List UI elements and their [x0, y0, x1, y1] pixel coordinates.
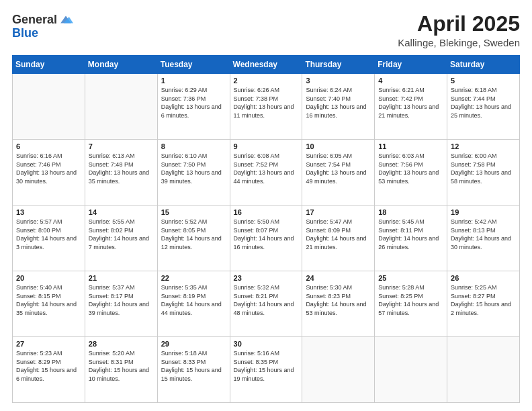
day-number: 28: [89, 340, 154, 348]
day-info: Sunrise: 5:35 AMSunset: 8:19 PMDaylight:…: [161, 283, 226, 317]
day-info: Sunrise: 5:30 AMSunset: 8:23 PMDaylight:…: [306, 283, 371, 317]
day-number: 25: [378, 274, 443, 282]
day-info: Sunrise: 5:25 AMSunset: 8:27 PMDaylight:…: [451, 283, 516, 317]
day-info: Sunrise: 6:03 AMSunset: 7:56 PMDaylight:…: [378, 152, 443, 185]
calendar-cell: 29Sunrise: 5:18 AMSunset: 8:33 PMDayligh…: [157, 337, 230, 403]
day-number: 10: [306, 142, 371, 150]
calendar-cell: 11Sunrise: 6:03 AMSunset: 7:56 PMDayligh…: [375, 140, 447, 205]
calendar-cell: [375, 337, 447, 403]
day-number: 7: [89, 142, 154, 150]
calendar-cell: 13Sunrise: 5:57 AMSunset: 8:00 PMDayligh…: [13, 205, 85, 271]
day-number: 21: [89, 274, 154, 282]
day-info: Sunrise: 5:37 AMSunset: 8:17 PMDaylight:…: [89, 283, 154, 317]
calendar-cell: [13, 74, 85, 140]
calendar-cell: 9Sunrise: 6:08 AMSunset: 7:52 PMDaylight…: [230, 140, 302, 205]
day-number: 11: [378, 142, 443, 150]
day-info: Sunrise: 5:55 AMSunset: 8:02 PMDaylight:…: [89, 218, 154, 251]
day-number: 2: [234, 77, 299, 85]
day-info: Sunrise: 5:52 AMSunset: 8:05 PMDaylight:…: [161, 218, 226, 251]
calendar-week-1: 1Sunrise: 6:29 AMSunset: 7:36 PMDaylight…: [13, 74, 520, 140]
calendar-cell: 18Sunrise: 5:45 AMSunset: 8:11 PMDayligh…: [375, 205, 447, 271]
header-tuesday: Tuesday: [157, 56, 230, 74]
day-number: 5: [451, 77, 516, 85]
day-info: Sunrise: 6:18 AMSunset: 7:44 PMDaylight:…: [451, 86, 516, 120]
day-number: 1: [161, 77, 226, 85]
calendar-cell: 2Sunrise: 6:26 AMSunset: 7:38 PMDaylight…: [230, 74, 302, 140]
day-info: Sunrise: 5:45 AMSunset: 8:11 PMDaylight:…: [378, 218, 443, 251]
calendar-cell: 7Sunrise: 6:13 AMSunset: 7:48 PMDaylight…: [85, 140, 157, 205]
day-number: 8: [161, 142, 226, 150]
calendar-cell: 8Sunrise: 6:10 AMSunset: 7:50 PMDaylight…: [157, 140, 230, 205]
calendar-week-2: 6Sunrise: 6:16 AMSunset: 7:46 PMDaylight…: [13, 140, 520, 205]
calendar-cell: 5Sunrise: 6:18 AMSunset: 7:44 PMDaylight…: [447, 74, 520, 140]
day-info: Sunrise: 6:00 AMSunset: 7:58 PMDaylight:…: [451, 152, 516, 185]
logo-blue: Blue: [12, 26, 38, 40]
header-friday: Friday: [375, 56, 447, 74]
calendar-cell: 21Sunrise: 5:37 AMSunset: 8:17 PMDayligh…: [85, 271, 157, 337]
logo-icon: [58, 12, 73, 27]
calendar-cell: [447, 337, 520, 403]
calendar-cell: 4Sunrise: 6:21 AMSunset: 7:42 PMDaylight…: [375, 74, 447, 140]
day-number: 9: [234, 142, 299, 150]
day-number: 26: [451, 274, 516, 282]
calendar-cell: 1Sunrise: 6:29 AMSunset: 7:36 PMDaylight…: [157, 74, 230, 140]
day-number: 29: [161, 340, 226, 348]
calendar-cell: [85, 74, 157, 140]
day-number: 20: [16, 274, 81, 282]
logo-general: General: [12, 13, 57, 26]
calendar-cell: 24Sunrise: 5:30 AMSunset: 8:23 PMDayligh…: [302, 271, 375, 337]
day-number: 15: [161, 208, 226, 216]
day-info: Sunrise: 5:16 AMSunset: 8:35 PMDaylight:…: [234, 349, 299, 383]
day-info: Sunrise: 5:42 AMSunset: 8:13 PMDaylight:…: [451, 218, 516, 251]
calendar-cell: 14Sunrise: 5:55 AMSunset: 8:02 PMDayligh…: [85, 205, 157, 271]
day-info: Sunrise: 5:47 AMSunset: 8:09 PMDaylight:…: [306, 218, 371, 251]
header-thursday: Thursday: [302, 56, 375, 74]
calendar-week-4: 20Sunrise: 5:40 AMSunset: 8:15 PMDayligh…: [13, 271, 520, 337]
calendar-cell: 19Sunrise: 5:42 AMSunset: 8:13 PMDayligh…: [447, 205, 520, 271]
day-info: Sunrise: 5:57 AMSunset: 8:00 PMDaylight:…: [16, 218, 81, 251]
day-info: Sunrise: 5:40 AMSunset: 8:15 PMDaylight:…: [16, 283, 81, 317]
header-monday: Monday: [85, 56, 157, 74]
day-number: 3: [306, 77, 371, 85]
day-info: Sunrise: 6:08 AMSunset: 7:52 PMDaylight:…: [234, 152, 299, 185]
weekday-header-row: Sunday Monday Tuesday Wednesday Thursday…: [13, 56, 520, 74]
day-info: Sunrise: 5:23 AMSunset: 8:29 PMDaylight:…: [16, 349, 81, 383]
calendar-cell: 25Sunrise: 5:28 AMSunset: 8:25 PMDayligh…: [375, 271, 447, 337]
calendar-cell: 17Sunrise: 5:47 AMSunset: 8:09 PMDayligh…: [302, 205, 375, 271]
day-info: Sunrise: 5:20 AMSunset: 8:31 PMDaylight:…: [89, 349, 154, 383]
title-block: April 2025 Kallinge, Blekinge, Sweden: [398, 12, 520, 48]
day-number: 17: [306, 208, 371, 216]
day-info: Sunrise: 5:28 AMSunset: 8:25 PMDaylight:…: [378, 283, 443, 317]
day-number: 12: [451, 142, 516, 150]
header-sunday: Sunday: [13, 56, 85, 74]
calendar-cell: [302, 337, 375, 403]
day-info: Sunrise: 6:29 AMSunset: 7:36 PMDaylight:…: [161, 86, 226, 120]
calendar-cell: 15Sunrise: 5:52 AMSunset: 8:05 PMDayligh…: [157, 205, 230, 271]
calendar-cell: 22Sunrise: 5:35 AMSunset: 8:19 PMDayligh…: [157, 271, 230, 337]
calendar-cell: 20Sunrise: 5:40 AMSunset: 8:15 PMDayligh…: [13, 271, 85, 337]
day-number: 18: [378, 208, 443, 216]
day-number: 4: [378, 77, 443, 85]
day-number: 14: [89, 208, 154, 216]
day-info: Sunrise: 6:16 AMSunset: 7:46 PMDaylight:…: [16, 152, 81, 185]
day-info: Sunrise: 5:18 AMSunset: 8:33 PMDaylight:…: [161, 349, 226, 383]
day-info: Sunrise: 6:24 AMSunset: 7:40 PMDaylight:…: [306, 86, 371, 120]
calendar-cell: 26Sunrise: 5:25 AMSunset: 8:27 PMDayligh…: [447, 271, 520, 337]
calendar-cell: 23Sunrise: 5:32 AMSunset: 8:21 PMDayligh…: [230, 271, 302, 337]
header-saturday: Saturday: [447, 56, 520, 74]
calendar-cell: 3Sunrise: 6:24 AMSunset: 7:40 PMDaylight…: [302, 74, 375, 140]
calendar-cell: 28Sunrise: 5:20 AMSunset: 8:31 PMDayligh…: [85, 337, 157, 403]
day-info: Sunrise: 5:32 AMSunset: 8:21 PMDaylight:…: [234, 283, 299, 317]
day-number: 27: [16, 340, 81, 348]
day-number: 6: [16, 142, 81, 150]
day-info: Sunrise: 6:05 AMSunset: 7:54 PMDaylight:…: [306, 152, 371, 185]
calendar-week-5: 27Sunrise: 5:23 AMSunset: 8:29 PMDayligh…: [13, 337, 520, 403]
calendar-week-3: 13Sunrise: 5:57 AMSunset: 8:00 PMDayligh…: [13, 205, 520, 271]
day-number: 30: [234, 340, 299, 348]
day-info: Sunrise: 6:26 AMSunset: 7:38 PMDaylight:…: [234, 86, 299, 120]
day-info: Sunrise: 5:50 AMSunset: 8:07 PMDaylight:…: [234, 218, 299, 251]
calendar-cell: 10Sunrise: 6:05 AMSunset: 7:54 PMDayligh…: [302, 140, 375, 205]
day-info: Sunrise: 6:13 AMSunset: 7:48 PMDaylight:…: [89, 152, 154, 185]
day-number: 13: [16, 208, 81, 216]
page: General Blue April 2025 Kallinge, Blekin…: [0, 0, 532, 411]
